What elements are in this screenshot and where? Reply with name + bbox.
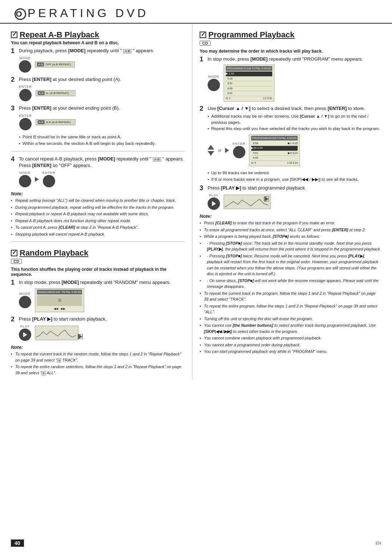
o-circle-icon: O xyxy=(15,8,26,20)
step-number-4: 4 xyxy=(11,156,17,162)
programmed-note: Note: Press [CLEAR] to erase the last tr… xyxy=(200,213,381,355)
lang-label: EN xyxy=(376,541,381,545)
prog-step-number-1: 1 xyxy=(200,56,206,62)
arrow-icon xyxy=(35,177,39,182)
step-number-1: 1 xyxy=(11,48,17,54)
left-column: Repeat A-B Playback You can repeat playb… xyxy=(11,24,192,379)
repeat-ab-subtitle: You can repeat playback between A and B … xyxy=(11,40,185,45)
checkbox-icon-3 xyxy=(200,32,206,38)
bullet-item: If 8 or more tracks were in a program, u… xyxy=(208,176,381,183)
step2-screen: A-B A- (A-B REPEAT) xyxy=(36,90,75,96)
step1-illustration: MODE A-B OFF (A-B REPEAT) xyxy=(19,56,185,73)
random-step-number-1: 1 xyxy=(11,279,17,286)
bullet-item: Up to 99 tracks can be ordered. xyxy=(208,170,381,176)
repeat-ab-title: Repeat A-B Playback xyxy=(11,30,185,40)
note-item: To repeat the current track in the rando… xyxy=(11,351,185,363)
programmed-title: Programmed Playback xyxy=(200,30,381,40)
step1-screen: A-B OFF (A-B REPEAT) xyxy=(35,61,75,68)
note-item: Repeat setting (except "ALL") will be cl… xyxy=(11,197,185,204)
sub-bullet: Repeat this step until you have selected… xyxy=(208,126,381,132)
step3-text: Press [ENTER] at your desired ending poi… xyxy=(19,105,185,111)
programmed-section: Programmed Playback CD You may determine… xyxy=(200,30,381,355)
programmed-step2: 2 Use [Cursor ▲ / ▼] to select a desired… xyxy=(200,105,381,166)
bullet-item: Point B should be in the same title or t… xyxy=(19,134,185,140)
note-item: You can start programmed playback only w… xyxy=(200,349,381,355)
random-screen: RANDOM CD-DA TOTAL 5:45:00 ≡ ◀◀▶▶ xyxy=(35,288,84,312)
random-subtitle: This function shuffles the playing order… xyxy=(11,267,185,277)
prog-waveform-svg xyxy=(225,197,268,208)
prog-play-screen xyxy=(224,195,271,209)
page-title: OPERATING DVD xyxy=(15,7,377,20)
waveform-svg xyxy=(36,328,76,339)
random-mode-button: MODE xyxy=(19,292,31,308)
random-cd-badge: CD xyxy=(11,259,22,264)
prog-step2-screen: PROGRAM CD-DA TOTAL 0:00:00 3:56▶1 4:25 … xyxy=(249,134,300,166)
enter-button-3: ENTER xyxy=(42,171,56,187)
bullet-item: Within a few seconds, the section A-B wi… xyxy=(19,140,185,147)
random-section: Random Playback CD This function shuffle… xyxy=(11,248,185,376)
note-item: - Pressing [STOP■] once: The track will … xyxy=(200,240,381,252)
note-item: - On some discs, [STOP■] will not work w… xyxy=(200,278,381,290)
sub-bullet: Additional tracks may be on other screen… xyxy=(208,113,381,126)
page-number: 40 xyxy=(11,539,24,547)
programmed-step3: 3 Press [PLAY ▶] to start programmed pla… xyxy=(200,185,381,210)
note-item: Repeat A-B playback does not function du… xyxy=(11,218,185,224)
random-step2-illustration: PLAY xyxy=(19,325,185,341)
prog-note-items: Press [CLEAR] to erase the last track in… xyxy=(200,220,381,355)
prog-note-title: Note: xyxy=(200,213,381,219)
prog-step-number-2: 2 xyxy=(200,105,206,112)
repeat-ab-bullets: Point B should be in the same title or t… xyxy=(19,134,185,147)
note-item: Press [CLEAR] to erase the last track in… xyxy=(200,220,381,226)
random-note-items: To repeat the current track in the rando… xyxy=(11,351,185,376)
cursor-buttons xyxy=(208,145,214,156)
random-play-screen xyxy=(35,326,78,340)
prog-step-number-3: 3 xyxy=(200,185,206,191)
note-title-1: Note: xyxy=(11,191,185,196)
random-step-number-2: 2 xyxy=(11,316,17,322)
prog-step1-text: In stop mode, press [MODE] repeatedly un… xyxy=(208,56,381,62)
step2-illustration: ENTER A-B A- (A-B REPEAT) xyxy=(19,85,185,101)
prog-step2-illustration: or ENTER PROGRAM CD-DA TOTAL 0:00:00 xyxy=(208,134,381,166)
note-item: Turning off the unit or ejecting the dis… xyxy=(200,316,381,322)
note-item: You cannot alter a programmed order duri… xyxy=(200,342,381,348)
step-number-2: 2 xyxy=(11,76,17,83)
enter-button-1: ENTER xyxy=(19,85,32,101)
play-icon xyxy=(23,332,27,337)
note-item: To repeat the entire random selections, … xyxy=(11,364,185,376)
programmed-subtitle: You may determine the order in which tra… xyxy=(200,49,381,54)
random-step1-illustration: MODE RANDOM CD-DA TOTAL 5:45:00 ≡ xyxy=(19,288,185,312)
note-items-1: Repeat setting (except "ALL") will be cl… xyxy=(11,197,185,237)
page-header: OPERATING DVD xyxy=(0,0,392,24)
random-step2-text: Press [PLAY ▶] to start random playback. xyxy=(19,316,185,322)
repeat-ab-title-text: Repeat A-B Playback xyxy=(20,30,99,40)
divider-1 xyxy=(11,151,185,151)
note-item: During programmed playback, repeat setti… xyxy=(11,204,185,211)
note-item: You cannot use [the Number buttons] to s… xyxy=(200,322,381,334)
note-item: While a program is being played back, [S… xyxy=(200,233,381,240)
checkbox-icon-2 xyxy=(11,250,17,256)
prog-enter-button: ENTER xyxy=(233,142,246,158)
arrow-icon-2 xyxy=(225,148,229,153)
prog-step3-illustration: PLAY xyxy=(208,194,381,210)
random-step1-text: In stop mode, press [MODE] repeatedly un… xyxy=(19,279,185,286)
random-note: Note: To repeat the current track in the… xyxy=(11,345,185,376)
programmed-cd-badge: CD xyxy=(200,41,211,46)
note-item: To repeat the entire program, follow the… xyxy=(200,303,381,315)
step4-illustration: MODE ENTER xyxy=(19,171,185,187)
repeat-ab-step4: 4 To cancel repeat A-B playback, press [… xyxy=(11,156,185,187)
page-footer: 40 EN xyxy=(11,539,381,547)
programmed-title-text: Programmed Playback xyxy=(208,30,294,40)
note-item: Repeat playback or repeat A-B playback m… xyxy=(11,211,185,217)
prog-screen-play-icon xyxy=(265,196,269,201)
right-column: Programmed Playback CD You may determine… xyxy=(192,24,381,379)
repeat-ab-section: Repeat A-B Playback You can repeat playb… xyxy=(11,30,185,237)
note-item: To repeat the current track in the progr… xyxy=(200,290,381,302)
prog-mode-button: MODE xyxy=(208,75,220,91)
divider-2 xyxy=(11,241,185,242)
note-item: You cannot combine random playback with … xyxy=(200,335,381,341)
main-content: Repeat A-B Playback You can repeat playb… xyxy=(0,24,392,379)
checkbox-icon xyxy=(11,32,17,38)
random-step1: 1 In stop mode, press [MODE] repeatedly … xyxy=(11,279,185,312)
note-item: - Pressing [STOP■] twice: Resume mode wi… xyxy=(200,253,381,277)
screen-play-icon xyxy=(78,334,82,339)
